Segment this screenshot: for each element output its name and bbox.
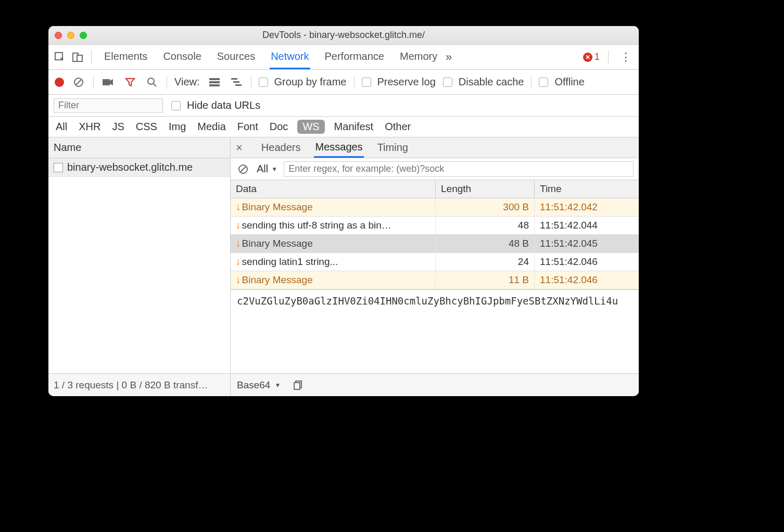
svg-rect-10 bbox=[209, 84, 220, 86]
tab-sources[interactable]: Sources bbox=[216, 45, 256, 69]
offline-checkbox[interactable]: Offline bbox=[539, 76, 584, 88]
message-row[interactable]: ↓sending this utf-8 string as a bin…4811… bbox=[231, 217, 639, 235]
separator bbox=[251, 75, 251, 89]
search-icon[interactable] bbox=[145, 75, 159, 90]
record-button[interactable] bbox=[55, 78, 64, 87]
hide-data-urls-checkbox[interactable]: Hide data URLs bbox=[171, 99, 260, 111]
clear-messages-icon[interactable] bbox=[236, 162, 250, 176]
message-data: ↓Binary Message bbox=[231, 198, 436, 216]
column-header[interactable]: Length bbox=[436, 180, 535, 198]
minimize-window-button[interactable] bbox=[67, 32, 74, 39]
preserve-log-checkbox[interactable]: Preserve log bbox=[362, 76, 436, 88]
filter-icon[interactable] bbox=[123, 75, 137, 90]
detail-tab-headers[interactable]: Headers bbox=[260, 138, 302, 157]
type-filter-media[interactable]: Media bbox=[195, 120, 227, 134]
incoming-arrow-icon: ↓ bbox=[236, 238, 241, 249]
separator bbox=[91, 50, 92, 65]
type-filter-css[interactable]: CSS bbox=[134, 120, 159, 134]
settings-menu-button[interactable]: ⋮ bbox=[617, 50, 635, 64]
svg-line-15 bbox=[241, 167, 246, 172]
svg-rect-12 bbox=[233, 81, 239, 83]
filter-input[interactable] bbox=[54, 98, 163, 113]
tab-network[interactable]: Network bbox=[270, 45, 310, 69]
tab-console[interactable]: Console bbox=[162, 45, 202, 69]
detail-tab-timing[interactable]: Timing bbox=[376, 138, 409, 157]
large-rows-icon[interactable] bbox=[207, 75, 222, 90]
type-filter-all[interactable]: All bbox=[54, 120, 69, 134]
detail-tab-messages[interactable]: Messages bbox=[314, 138, 363, 158]
request-row[interactable]: binary-websocket.glitch.me bbox=[48, 158, 230, 177]
error-count-badge[interactable]: ✕ 1 bbox=[583, 52, 600, 62]
svg-point-6 bbox=[148, 78, 154, 84]
messages-table: DataLengthTime ↓Binary Message300 B11:51… bbox=[231, 180, 639, 290]
message-type-filter[interactable]: All ▼ bbox=[257, 163, 277, 175]
window-controls bbox=[55, 32, 87, 39]
device-toolbar-icon[interactable] bbox=[70, 50, 85, 65]
panel-tabs: ElementsConsoleSourcesNetworkPerformance… bbox=[103, 45, 438, 69]
message-time: 11:51:42.042 bbox=[535, 198, 639, 216]
message-length: 300 B bbox=[436, 198, 535, 216]
tab-memory[interactable]: Memory bbox=[399, 45, 438, 69]
type-filter-other[interactable]: Other bbox=[383, 120, 413, 134]
copy-icon[interactable] bbox=[291, 378, 306, 392]
message-regex-input[interactable] bbox=[284, 161, 634, 177]
close-detail-button[interactable]: × bbox=[236, 141, 248, 155]
message-length: 48 bbox=[436, 217, 535, 234]
filter-bar: Hide data URLs bbox=[48, 95, 639, 117]
message-row[interactable]: ↓sending latin1 string...2411:51:42.046 bbox=[231, 253, 639, 271]
message-row[interactable]: ↓Binary Message11 B11:51:42.046 bbox=[231, 271, 639, 289]
separator bbox=[354, 75, 355, 89]
svg-rect-9 bbox=[209, 81, 220, 83]
waterfall-icon[interactable] bbox=[229, 75, 244, 90]
encoding-select[interactable]: Base64 ▼ bbox=[237, 379, 281, 391]
type-filter-js[interactable]: JS bbox=[110, 120, 126, 134]
svg-rect-2 bbox=[77, 55, 82, 61]
message-time: 11:51:42.045 bbox=[535, 235, 639, 252]
column-header[interactable]: Time bbox=[535, 180, 639, 198]
message-row[interactable]: ↓Binary Message300 B11:51:42.042 bbox=[231, 198, 639, 217]
messages-table-header: DataLengthTime bbox=[231, 180, 639, 198]
requests-header: Name bbox=[48, 137, 230, 158]
message-data: ↓sending latin1 string... bbox=[231, 253, 436, 271]
message-data: ↓Binary Message bbox=[231, 271, 436, 289]
separator bbox=[608, 50, 609, 65]
svg-line-4 bbox=[76, 80, 81, 85]
chevron-down-icon: ▼ bbox=[274, 382, 281, 389]
disable-cache-checkbox[interactable]: Disable cache bbox=[443, 76, 524, 88]
main-content: Name binary-websocket.glitch.me × Header… bbox=[48, 137, 639, 373]
type-filter-img[interactable]: Img bbox=[167, 120, 188, 134]
type-filter-ws[interactable]: WS bbox=[297, 120, 324, 134]
message-row[interactable]: ↓Binary Message48 B11:51:42.045 bbox=[231, 235, 639, 253]
incoming-arrow-icon: ↓ bbox=[236, 201, 241, 212]
type-filter-manifest[interactable]: Manifest bbox=[332, 120, 376, 134]
type-filter-xhr[interactable]: XHR bbox=[77, 120, 103, 134]
separator bbox=[531, 75, 532, 89]
message-length: 24 bbox=[436, 253, 535, 271]
type-filter-bar: AllXHRJSCSSImgMediaFontDocWSManifestOthe… bbox=[48, 117, 639, 137]
detail-tabs: × HeadersMessagesTiming bbox=[231, 137, 639, 158]
incoming-arrow-icon: ↓ bbox=[236, 256, 241, 267]
separator bbox=[93, 75, 94, 89]
svg-rect-17 bbox=[294, 383, 300, 389]
maximize-window-button[interactable] bbox=[80, 32, 87, 39]
requests-list: binary-websocket.glitch.me bbox=[48, 158, 230, 373]
window-title: DevTools - binary-websocket.glitch.me/ bbox=[48, 30, 639, 41]
type-filter-doc[interactable]: Doc bbox=[268, 120, 290, 134]
type-filter-font[interactable]: Font bbox=[235, 120, 260, 134]
svg-rect-8 bbox=[209, 78, 220, 80]
tab-elements[interactable]: Elements bbox=[103, 45, 148, 69]
incoming-arrow-icon: ↓ bbox=[236, 220, 241, 231]
devtools-window: DevTools - binary-websocket.glitch.me/ E… bbox=[48, 26, 639, 396]
svg-line-7 bbox=[154, 84, 156, 86]
clear-icon[interactable] bbox=[71, 75, 86, 90]
group-by-frame-checkbox[interactable]: Group by frame bbox=[259, 76, 347, 88]
request-name: binary-websocket.glitch.me bbox=[67, 161, 193, 173]
column-header[interactable]: Data bbox=[231, 180, 436, 198]
close-window-button[interactable] bbox=[55, 32, 62, 39]
tab-performance[interactable]: Performance bbox=[324, 45, 386, 69]
more-panels-button[interactable]: » bbox=[441, 50, 456, 65]
camera-icon[interactable] bbox=[101, 75, 116, 90]
message-payload: c2VuZGluZyB0aGlzIHV0Zi04IHN0cmluZyBhcyBh… bbox=[231, 290, 639, 373]
inspect-element-icon[interactable] bbox=[53, 50, 67, 65]
incoming-arrow-icon: ↓ bbox=[236, 274, 241, 285]
